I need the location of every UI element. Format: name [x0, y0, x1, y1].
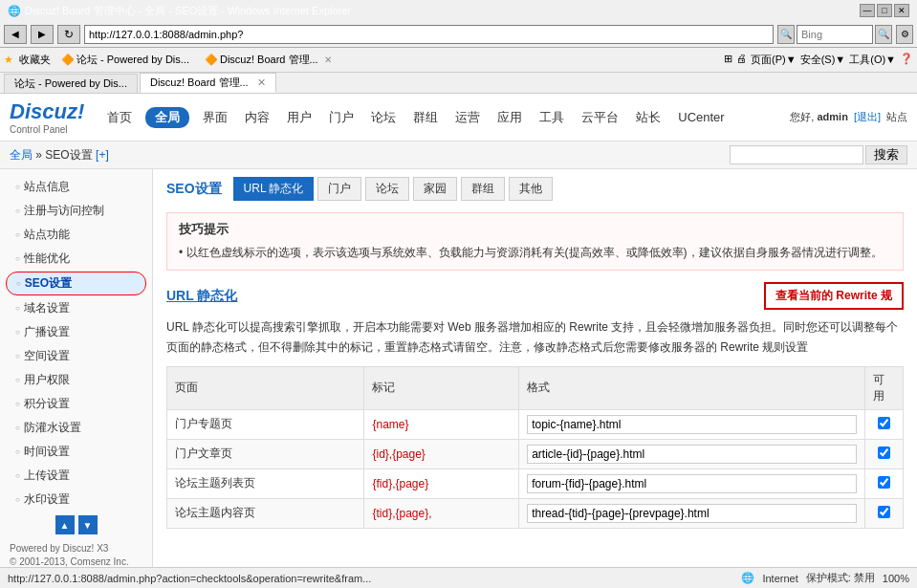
nav-tools[interactable]: 工具: [535, 107, 568, 128]
seo-tab-url[interactable]: URL 静态化: [233, 177, 315, 201]
format-input-2[interactable]: [527, 474, 857, 493]
cell-enabled-2[interactable]: [865, 468, 904, 498]
nav-forum[interactable]: 论坛: [367, 107, 400, 128]
favorites-item-0[interactable]: 🔶 论坛 - Powered by Dis...: [56, 51, 194, 69]
table-header-enabled: 可用: [865, 366, 904, 409]
sidebar-item-siteinfo[interactable]: ○ 站点信息: [0, 175, 152, 199]
url-title[interactable]: URL 静态化: [166, 288, 237, 305]
search-button[interactable]: 搜索: [865, 145, 907, 164]
sidebar-item-performance[interactable]: ○ 性能优化: [0, 247, 152, 271]
nav-ucenter[interactable]: UCenter: [674, 108, 728, 126]
format-input-1[interactable]: [527, 445, 857, 464]
nav-global[interactable]: 全局: [145, 107, 189, 128]
print-icon[interactable]: 🖨: [736, 53, 747, 67]
cell-format-3[interactable]: [519, 498, 865, 528]
breadcrumb-extra[interactable]: [+]: [96, 148, 109, 162]
toolbar-icon[interactable]: ⊞: [724, 53, 732, 67]
sidebar-item-time[interactable]: ○ 时间设置: [0, 440, 152, 464]
cell-enabled-3[interactable]: [865, 498, 904, 528]
sidebar-item-upload[interactable]: ○ 上传设置: [0, 464, 152, 488]
nav-ops[interactable]: 运营: [451, 107, 484, 128]
sidebar-item-antiflood[interactable]: ○ 防灌水设置: [0, 416, 152, 440]
cell-format-1[interactable]: [519, 439, 865, 468]
cell-enabled-0[interactable]: [865, 409, 904, 439]
sidebar-item-watermark[interactable]: ○ 水印设置: [0, 488, 152, 512]
protect-mode: 保护模式: 禁用: [806, 571, 875, 585]
seo-tab-home[interactable]: 家园: [413, 177, 457, 201]
tab-0[interactable]: 论坛 - Powered by Dis...: [4, 74, 138, 93]
greeting-text: 您好, admin: [790, 110, 848, 124]
sidebar-item-features[interactable]: ○ 站点功能: [0, 223, 152, 247]
back-button[interactable]: ◀: [4, 25, 27, 44]
forward-button[interactable]: ▶: [31, 25, 54, 44]
sidebar-item-seo[interactable]: ○ SEO设置: [6, 272, 146, 295]
format-input-0[interactable]: [527, 415, 857, 434]
bing-search-button[interactable]: 🔍: [875, 25, 892, 44]
address-input[interactable]: [84, 25, 774, 44]
tools-menu[interactable]: 工具(O)▼: [849, 53, 896, 67]
sidebar-item-space[interactable]: ○ 空间设置: [0, 344, 152, 368]
breadcrumb: 全局 » SEO设置 [+]: [10, 147, 109, 163]
sidebar-label-10: 防灌水设置: [24, 420, 81, 436]
nav-content[interactable]: 内容: [241, 107, 273, 128]
enabled-checkbox-3[interactable]: [878, 506, 890, 518]
close-button[interactable]: ✕: [894, 4, 909, 17]
seo-tab-forum[interactable]: 论坛: [365, 177, 409, 201]
sidebar-item-domain[interactable]: ○ 域名设置: [0, 296, 152, 320]
search-input[interactable]: [730, 145, 863, 164]
maximize-button[interactable]: □: [877, 4, 892, 17]
sidebar-label-2: 站点功能: [24, 227, 70, 243]
seo-tab-groups[interactable]: 群组: [461, 177, 505, 201]
nav-webmaster[interactable]: 站长: [632, 107, 665, 128]
rewrite-button[interactable]: 查看当前的 Rewrite 规: [764, 282, 904, 310]
cell-page-0: 门户专题页: [167, 409, 364, 439]
seo-tab-other[interactable]: 其他: [509, 177, 553, 201]
page-menu[interactable]: 页面(P)▼: [751, 53, 797, 67]
zone-label: Internet: [762, 573, 797, 584]
sidebar-item-permissions[interactable]: ○ 用户权限: [0, 368, 152, 392]
fav-close-1[interactable]: ✕: [324, 54, 332, 65]
nav-ui[interactable]: 界面: [199, 107, 231, 128]
cell-page-1: 门户文章页: [167, 439, 364, 468]
top-nav: Discuz! Control Panel 首页 全局 界面 内容 用户 门户 …: [0, 94, 917, 142]
enabled-checkbox-2[interactable]: [878, 476, 890, 489]
logo-sub: Control Panel: [10, 124, 84, 135]
enabled-checkbox-1[interactable]: [878, 446, 890, 459]
cell-format-2[interactable]: [519, 468, 865, 498]
cell-format-0[interactable]: [519, 409, 865, 439]
nav-cloud[interactable]: 云平台: [578, 107, 622, 128]
title-bar: 🌐 Discuz! Board 管理中心 - 全局 - SEO设置 - Wind…: [0, 0, 917, 21]
sidebar-item-broadcast[interactable]: ○ 广播设置: [0, 320, 152, 344]
sidebar-footer-line1: Powered by Discuz! X3: [10, 542, 142, 555]
favorites-item-1[interactable]: 🔶 Discuz! Board 管理... ✕: [200, 51, 337, 69]
nav-users[interactable]: 用户: [283, 107, 316, 128]
minimize-button[interactable]: —: [860, 4, 875, 17]
nav-home[interactable]: 首页: [103, 107, 136, 128]
sidebar-next-btn[interactable]: ▼: [78, 515, 98, 534]
fav-label-1: Discuz! Board 管理...: [220, 53, 318, 67]
nav-apps[interactable]: 应用: [493, 107, 526, 128]
format-input-3[interactable]: [527, 504, 857, 523]
nav-portal[interactable]: 门户: [325, 107, 358, 128]
sidebar-prev-btn[interactable]: ▲: [55, 515, 75, 534]
bing-search-input[interactable]: [797, 25, 873, 44]
tips-content: • 以红色虚线标示的选项，表示该选项与系统效率、负载能力与资源消耗有关(提高效率…: [179, 244, 891, 262]
refresh-button[interactable]: ↻: [57, 25, 80, 44]
cell-enabled-1[interactable]: [865, 439, 904, 468]
bullet-12: ○: [15, 471, 20, 480]
safety-menu[interactable]: 安全(S)▼: [800, 53, 846, 67]
sidebar-item-register[interactable]: ○ 注册与访问控制: [0, 199, 152, 223]
nav-groups[interactable]: 群组: [409, 107, 442, 128]
table-row-3: 论坛主题内容页 {tid},{page},: [167, 498, 904, 528]
tab-1[interactable]: Discuz! Board 管理... ✕: [140, 73, 276, 93]
help-icon[interactable]: ❓: [900, 53, 913, 67]
logo-area: Discuz! Control Panel: [10, 99, 84, 135]
sidebar-item-credits[interactable]: ○ 积分设置: [0, 392, 152, 416]
table-row-1: 门户文章页 {id},{page}: [167, 439, 904, 468]
tab-1-close[interactable]: ✕: [257, 76, 266, 88]
logout-link[interactable]: [退出]: [854, 110, 881, 124]
tools-icon[interactable]: ⚙: [896, 25, 913, 44]
enabled-checkbox-0[interactable]: [878, 417, 890, 429]
seo-tab-portal[interactable]: 门户: [317, 177, 361, 201]
breadcrumb-global[interactable]: 全局: [10, 148, 33, 162]
